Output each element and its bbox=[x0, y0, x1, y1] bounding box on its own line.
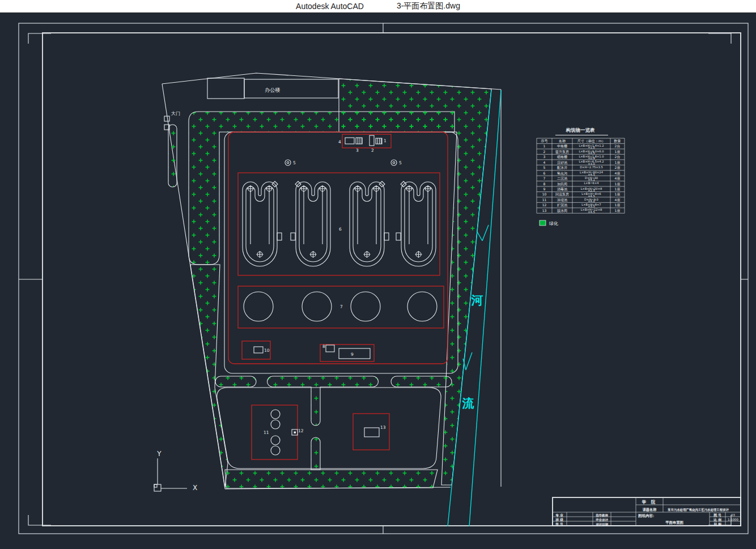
scale-value: 1:1000 bbox=[728, 518, 739, 521]
dewatering-room bbox=[364, 428, 379, 437]
ditch-inner-wall bbox=[353, 186, 381, 262]
table-cell-dims: L×B=6×4 bbox=[584, 181, 599, 185]
aerator-cross-icon bbox=[373, 185, 380, 192]
label-6: 6 bbox=[339, 227, 342, 232]
ditch-channel-divider bbox=[250, 191, 269, 244]
table-cell-no: 1 bbox=[543, 144, 546, 148]
outlet-tab bbox=[384, 233, 389, 240]
ditch-inner-wall bbox=[405, 186, 432, 262]
oxidation-ditches bbox=[243, 181, 436, 266]
label-13: 13 bbox=[380, 425, 386, 430]
table-cell-qty: 2台 bbox=[615, 144, 621, 148]
ditch-inner-wall bbox=[246, 186, 274, 262]
hatch-strip-3 bbox=[391, 376, 452, 387]
document-title: 3-平面布置图.dwg bbox=[397, 1, 460, 11]
table-cell-no: 13 bbox=[542, 208, 547, 212]
outlet-tab bbox=[396, 233, 401, 240]
office-label: 办公楼 bbox=[265, 87, 281, 93]
content-value-ghost: 平面布置图 bbox=[665, 521, 683, 525]
outlet-tab bbox=[277, 233, 282, 240]
table-cell-qty: 2台 bbox=[615, 155, 621, 159]
ucs-icon: Y X bbox=[154, 450, 197, 492]
label-5b: 5 bbox=[399, 160, 402, 165]
aerator-cross-icon bbox=[257, 251, 264, 258]
thesis-label-ghost: 毕业设计 bbox=[596, 518, 608, 522]
table-cell-no: 5 bbox=[543, 165, 546, 169]
table-cell-no: 10 bbox=[542, 192, 547, 196]
table-cell-qty: 1座 bbox=[615, 208, 621, 212]
aerator-cross-icon bbox=[310, 251, 317, 258]
label-4: 4 bbox=[338, 139, 341, 144]
table-cell-qty: 1座 bbox=[615, 187, 621, 191]
axis-x-label: X bbox=[193, 484, 197, 492]
table-cell-qty: 4座 bbox=[615, 171, 621, 175]
return-pump-house bbox=[254, 347, 263, 353]
aerator-cross-icon bbox=[406, 185, 413, 192]
table-header: 数量 bbox=[614, 139, 621, 143]
oxidation-ditch bbox=[396, 181, 436, 266]
hatch-strip-4 bbox=[311, 437, 320, 470]
structures bbox=[243, 135, 437, 455]
drawing-canvas[interactable]: 办公楼 大门 bbox=[0, 13, 756, 549]
red-outlines bbox=[228, 132, 448, 459]
advisor-label-ghost: 指导教师 bbox=[595, 514, 608, 518]
table-cell-name: 沉砂池 bbox=[557, 160, 567, 165]
drawno-label-ghost: 图 号 bbox=[713, 513, 721, 518]
table-cell-no: 7 bbox=[543, 176, 546, 180]
aerator-cross-icon bbox=[424, 185, 431, 192]
label-8: 8 bbox=[322, 344, 325, 349]
sludge-thickeners bbox=[271, 410, 280, 455]
sludge-storage bbox=[292, 429, 298, 435]
table-cell-qty: 1座 bbox=[615, 150, 621, 154]
table-header: 尺寸（单位：m） bbox=[577, 139, 605, 143]
hatch-strip-2 bbox=[267, 376, 379, 425]
app-title: Autodesk AutoCAD bbox=[296, 2, 364, 11]
structures-table: 构筑物一览表 序号名称尺寸（单位：m）数量1中格栅L×B×H=1.4×1.2×1… bbox=[537, 127, 625, 214]
scale-label-ghost: 比 例 bbox=[713, 518, 721, 522]
legend: 绿化 bbox=[540, 220, 558, 226]
hatch-bottom bbox=[225, 470, 438, 488]
table-cell-name: 浓缩池 bbox=[557, 198, 567, 202]
table-cell-name: 加药间 bbox=[557, 182, 567, 186]
dewatering-area bbox=[353, 414, 389, 450]
table-cell-qty: 1座 bbox=[615, 192, 621, 196]
table-cell-dims: D×H=2.75×3.5 bbox=[580, 165, 603, 169]
coarse-screen-and-pump bbox=[345, 135, 382, 146]
aerator-cross-icon bbox=[354, 185, 361, 192]
hatch-gate-strip bbox=[168, 125, 177, 187]
drawno-value: 03 bbox=[731, 513, 735, 517]
oxidation-ditch bbox=[291, 181, 330, 266]
oxidation-ditch bbox=[350, 181, 389, 266]
table-cell-qty: 2座 bbox=[615, 165, 621, 169]
table-cell-qty: 1座 bbox=[615, 203, 621, 207]
structure-number-labels: 1 2 3 4 5 5 6 7 8 9 10 11 12 13 bbox=[264, 138, 402, 435]
table-cell-name: 消毒池 bbox=[557, 187, 567, 191]
model-space: 办公楼 大门 bbox=[0, 13, 756, 549]
table-cell-no: 2 bbox=[543, 150, 546, 154]
student-id-label-ghost: 学 号 bbox=[555, 523, 563, 526]
legend-label: 绿化 bbox=[549, 221, 558, 226]
table-cell-name: 配水井 bbox=[557, 165, 568, 170]
ditch-channel-divider bbox=[409, 191, 428, 244]
table-cell-name: 贮泥池 bbox=[557, 203, 567, 207]
table-cell-name: 氧化沟 bbox=[557, 171, 567, 176]
ditch-channel-divider bbox=[358, 191, 376, 244]
table-title-ghost: 构筑物一览表 bbox=[566, 127, 596, 133]
label-3: 3 bbox=[356, 148, 359, 153]
thickener-area bbox=[252, 405, 298, 459]
disinfection-tank bbox=[339, 348, 370, 359]
label-5a: 5 bbox=[293, 160, 296, 165]
table-header: 序号 bbox=[541, 139, 547, 143]
school-label-ghost: 学 院 bbox=[642, 500, 657, 505]
distribution-well bbox=[285, 160, 397, 165]
window-titlebar: Autodesk AutoCAD 3-平面布置图.dwg bbox=[0, 0, 756, 13]
outlet-tab bbox=[291, 233, 295, 240]
table-cell-name: 细格栅 bbox=[557, 155, 567, 159]
table-cell-qty: 4座 bbox=[615, 198, 621, 202]
ditch-channel-divider bbox=[304, 191, 322, 244]
gate-label: 大门 bbox=[171, 111, 180, 116]
river-label-2: 流 bbox=[462, 397, 475, 410]
table-cell-name: 提升泵房 bbox=[555, 150, 569, 154]
label-1: 1 bbox=[384, 138, 387, 143]
greenery-swatch bbox=[540, 220, 546, 225]
